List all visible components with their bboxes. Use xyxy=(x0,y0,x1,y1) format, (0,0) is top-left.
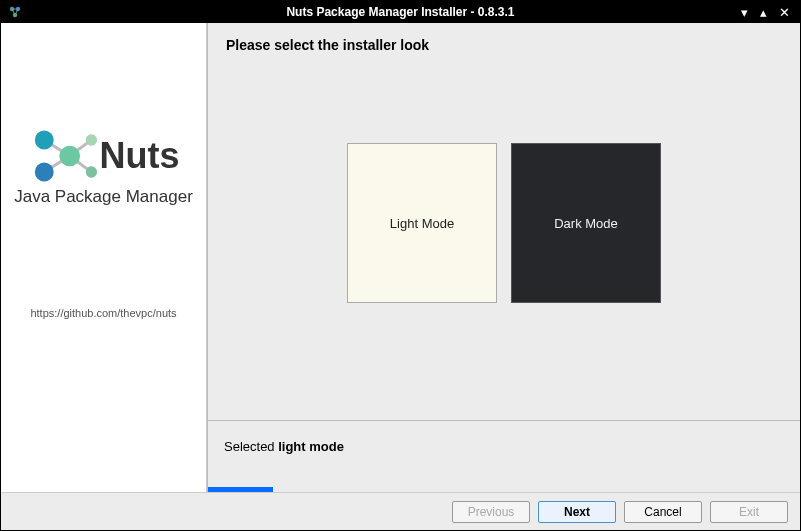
logo-block: Nuts Java Package Manager xyxy=(14,123,193,207)
window-title: Nuts Package Manager Installer - 0.8.3.1 xyxy=(1,5,800,19)
installer-window: Nuts Package Manager Installer - 0.8.3.1… xyxy=(0,0,801,531)
minimize-icon[interactable]: ▾ xyxy=(741,5,748,20)
dark-mode-label: Dark Mode xyxy=(554,216,618,231)
product-tagline: Java Package Manager xyxy=(14,187,193,207)
footer: Previous Next Cancel Exit xyxy=(1,492,800,530)
product-name: Nuts xyxy=(99,135,179,177)
svg-point-14 xyxy=(86,166,97,177)
status-mode: light mode xyxy=(278,439,344,454)
svg-point-13 xyxy=(86,134,97,145)
maximize-icon[interactable]: ▴ xyxy=(760,5,767,20)
window-controls: ▾ ▴ ✕ xyxy=(741,5,800,20)
svg-point-10 xyxy=(35,131,54,150)
status-prefix: Selected xyxy=(224,439,278,454)
progress-fill xyxy=(208,487,273,492)
cancel-button[interactable]: Cancel xyxy=(624,501,702,523)
light-mode-label: Light Mode xyxy=(390,216,454,231)
svg-point-12 xyxy=(60,146,81,167)
app-icon xyxy=(5,2,25,22)
dark-mode-card[interactable]: Dark Mode xyxy=(511,143,661,303)
svg-point-11 xyxy=(35,163,54,182)
next-button[interactable]: Next xyxy=(538,501,616,523)
theme-cards: Light Mode Dark Mode xyxy=(226,143,782,303)
repo-link[interactable]: https://github.com/thevpc/nuts xyxy=(30,307,176,319)
content: Please select the installer look Light M… xyxy=(207,23,800,492)
status-panel: Selected light mode xyxy=(208,420,800,492)
body: Nuts Java Package Manager https://github… xyxy=(1,23,800,530)
sidebar: Nuts Java Package Manager https://github… xyxy=(1,23,207,492)
close-icon[interactable]: ✕ xyxy=(779,5,790,20)
exit-button: Exit xyxy=(710,501,788,523)
main-row: Nuts Java Package Manager https://github… xyxy=(1,23,800,492)
progress-bar xyxy=(208,487,800,492)
nuts-logo-icon xyxy=(27,123,103,189)
previous-button: Previous xyxy=(452,501,530,523)
page-heading: Please select the installer look xyxy=(226,37,782,53)
light-mode-card[interactable]: Light Mode xyxy=(347,143,497,303)
titlebar: Nuts Package Manager Installer - 0.8.3.1… xyxy=(1,1,800,23)
